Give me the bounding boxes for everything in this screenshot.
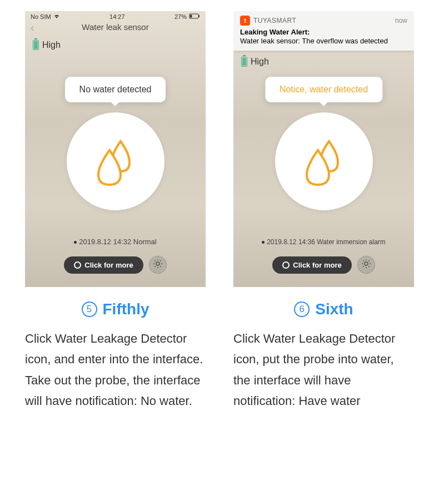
notification-app-name: TUYASMART [253, 17, 392, 24]
step-description: Click Water Leakage Detector icon, put t… [233, 328, 414, 412]
notification-app-icon: t [240, 16, 250, 26]
log-timestamp: 2019.8.12 14:32 [79, 238, 131, 246]
log-state: Normal [133, 238, 157, 246]
notification-time: now [395, 17, 407, 24]
settings-button[interactable] [149, 256, 167, 274]
step-heading-5: 5 Fifthly [25, 300, 206, 318]
droplet-icon [94, 137, 137, 186]
clock-icon [74, 261, 81, 269]
wifi-icon [53, 13, 60, 20]
notification-title: Leaking Water Alert: [240, 28, 407, 36]
log-state: Water immersion alarm [317, 238, 386, 246]
back-icon[interactable]: ‹ [31, 21, 34, 34]
log-entry: 2019.8.12 14:36 Water immersion alarm [233, 238, 414, 246]
phone-screenshot-right: t TUYASMART now Leaking Water Alert: Wat… [233, 11, 414, 287]
gear-icon [361, 259, 371, 271]
battery-level-icon [241, 57, 247, 67]
status-bar: No SIM 14:27 27% [25, 11, 206, 21]
droplet-graphic [67, 112, 164, 210]
screen-header: ‹ Water leak sensor [25, 21, 206, 36]
phone-screenshot-left: No SIM 14:27 27% ‹ Water leak sensor [25, 11, 206, 287]
svg-point-3 [156, 262, 159, 265]
step-number-badge: 6 [294, 302, 310, 317]
click-for-more-button[interactable]: Click for more [64, 256, 143, 274]
clock-icon [282, 261, 290, 269]
battery-level-icon [33, 40, 39, 50]
svg-point-4 [365, 262, 368, 265]
step-label: Sixth [315, 300, 353, 318]
step-6-column: t TUYASMART now Leaking Water Alert: Wat… [233, 11, 414, 412]
log-timestamp: 2019.8.12 14:36 [267, 238, 315, 246]
status-tooltip: No water detected [65, 77, 166, 102]
notification-body: Water leak sensor: The overflow was dete… [240, 37, 407, 45]
status-tooltip: Notice, water detected [265, 77, 382, 102]
droplet-graphic [275, 112, 373, 210]
battery-level-label: High [42, 40, 61, 50]
battery-percent: 27% [174, 13, 187, 20]
svg-rect-2 [199, 15, 200, 17]
step-number-badge: 5 [82, 302, 97, 317]
battery-level-label: High [251, 57, 269, 67]
sim-status: No SIM [31, 13, 51, 20]
droplet-icon [302, 137, 346, 186]
log-entry: 2019.8.12 14:32 Normal [25, 238, 206, 246]
page-title: Water leak sensor [82, 22, 148, 32]
step-description: Click Water Leakage Detector icon, and e… [25, 328, 206, 412]
step-5-column: No SIM 14:27 27% ‹ Water leak sensor [25, 11, 206, 412]
svg-rect-1 [190, 15, 192, 18]
push-notification[interactable]: t TUYASMART now Leaking Water Alert: Wat… [233, 11, 414, 51]
gear-icon [153, 259, 163, 271]
status-time: 14:27 [109, 13, 125, 20]
settings-button[interactable] [357, 256, 375, 274]
step-label: Fifthly [103, 300, 149, 318]
battery-icon-status [189, 13, 200, 20]
click-for-more-button[interactable]: Click for more [272, 256, 351, 274]
step-heading-6: 6 Sixth [233, 300, 414, 318]
